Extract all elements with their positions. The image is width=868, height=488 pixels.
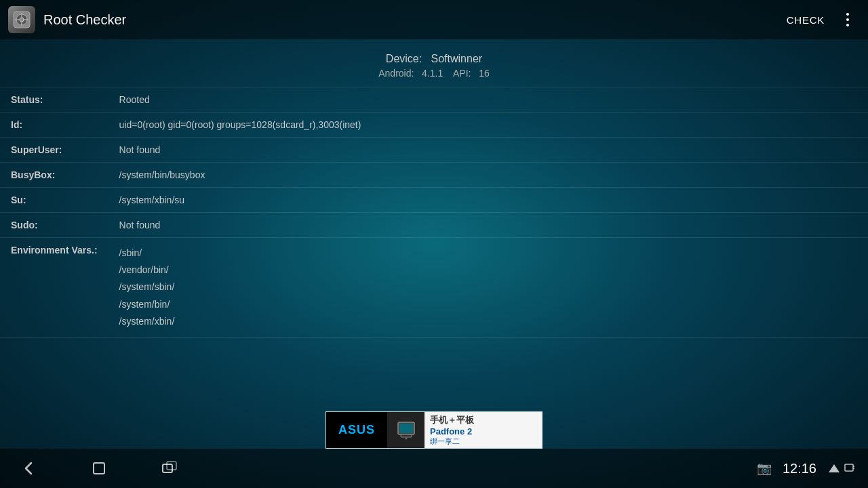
table-row: Id:uid=0(root) gid=0(root) groups=1028(s… <box>0 113 868 138</box>
device-info: Device: Softwinner Android: 4.1.1 API: 1… <box>0 46 868 87</box>
row-value: uid=0(root) gid=0(root) groups=1028(sdca… <box>108 113 868 138</box>
device-name: Softwinner <box>431 53 483 64</box>
row-value: /system/xbin/su <box>108 188 868 213</box>
svg-point-4 <box>20 18 24 22</box>
row-label: Su: <box>0 188 108 213</box>
svg-rect-10 <box>163 464 172 472</box>
row-label: SuperUser: <box>0 138 108 163</box>
recents-button[interactable] <box>155 453 184 483</box>
app-icon <box>8 6 35 33</box>
env-path: /vendor/bin/ <box>119 262 857 279</box>
env-path: /system/xbin/ <box>119 313 857 330</box>
ad-logo: ASUS <box>326 411 387 449</box>
svg-marker-12 <box>829 464 840 472</box>
content: Device: Softwinner Android: 4.1.1 API: 1… <box>0 39 868 338</box>
table-body: Status:RootedId:uid=0(root) gid=0(root) … <box>0 87 868 338</box>
row-value: Rooted <box>108 87 868 113</box>
row-value: Not found <box>108 138 868 163</box>
env-vars-row: Environment Vars.:/sbin//vendor/bin//sys… <box>0 238 868 338</box>
row-label: Status: <box>0 87 108 113</box>
check-button[interactable]: CHECK <box>776 9 835 31</box>
row-value: Not found <box>108 213 868 238</box>
ad-text1: 手机＋平板 <box>430 414 536 426</box>
env-path: /sbin/ <box>119 245 857 262</box>
env-vars-value: /sbin//vendor/bin//system/sbin//system/b… <box>108 238 868 338</box>
home-button[interactable] <box>84 453 114 483</box>
app-title: Root Checker <box>43 12 776 28</box>
row-label: Sudo: <box>0 213 108 238</box>
ad-text2: Padfone 2 <box>430 426 536 436</box>
ad-banner[interactable]: ASUS 手机＋平板 Padfone 2 绑一享二 <box>326 411 542 449</box>
clock: 12:16 <box>783 461 816 476</box>
ad-right: 手机＋平板 Padfone 2 绑一享二 <box>425 411 542 449</box>
api-label: API: <box>453 68 471 79</box>
nav-right: 📷 12:16 <box>757 461 854 476</box>
svg-rect-7 <box>399 424 413 433</box>
table-row: BusyBox:/system/bin/busybox <box>0 163 868 188</box>
svg-rect-6 <box>401 434 412 437</box>
android-line: Android: 4.1.1 API: 16 <box>0 68 868 79</box>
nav-bar: 📷 12:16 <box>0 449 868 488</box>
android-version: 4.1.1 <box>422 68 443 79</box>
table-row: Sudo:Not found <box>0 213 868 238</box>
env-path: /system/sbin/ <box>119 279 857 296</box>
back-button[interactable] <box>14 453 43 483</box>
table-row: Status:Rooted <box>0 87 868 113</box>
nav-left <box>14 453 184 483</box>
screenshot-icon: 📷 <box>757 461 772 476</box>
overflow-menu-icon[interactable] <box>835 7 860 32</box>
device-line: Device: Softwinner <box>0 53 868 65</box>
ad-logo-text: ASUS <box>338 423 375 437</box>
data-table: Status:RootedId:uid=0(root) gid=0(root) … <box>0 87 868 338</box>
android-label: Android: <box>378 68 414 79</box>
row-label: Id: <box>0 113 108 138</box>
signal-icons <box>827 463 854 474</box>
svg-point-8 <box>405 437 407 439</box>
env-vars-label: Environment Vars.: <box>0 238 108 338</box>
svg-rect-13 <box>845 464 853 471</box>
ad-text3: 绑一享二 <box>430 436 536 447</box>
svg-rect-9 <box>94 463 104 474</box>
row-value: /system/bin/busybox <box>108 163 868 188</box>
table-row: SuperUser:Not found <box>0 138 868 163</box>
api-version: 16 <box>479 68 490 79</box>
ad-middle <box>387 411 425 449</box>
device-label: Device: <box>386 53 422 64</box>
row-label: BusyBox: <box>0 163 108 188</box>
app-bar: Root Checker CHECK <box>0 0 868 39</box>
env-path: /system/bin/ <box>119 296 857 313</box>
table-row: Su:/system/xbin/su <box>0 188 868 213</box>
